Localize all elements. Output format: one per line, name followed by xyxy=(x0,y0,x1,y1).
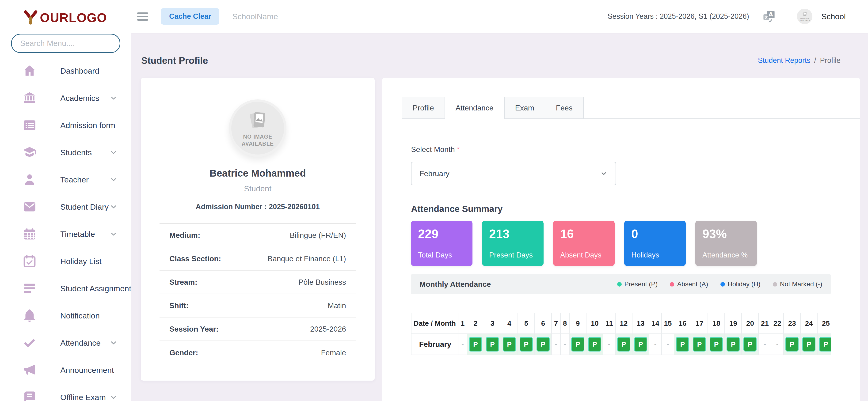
sidebar-item-attendance[interactable]: Attendance xyxy=(0,329,131,357)
school-name-label: SchoolName xyxy=(232,12,278,21)
sidebar-item-teacher[interactable]: Teacher xyxy=(0,166,131,193)
attendance-cell-present-day-20: P xyxy=(742,334,758,355)
detail-label: Session Year: xyxy=(169,325,218,333)
legend-dot-icon xyxy=(720,282,725,287)
tab-exam[interactable]: Exam xyxy=(504,97,546,119)
month-select-value: February xyxy=(420,169,450,178)
sidebar-item-dashboard[interactable]: Dashboard xyxy=(0,57,131,85)
attendance-summary-title: Attendance Summary xyxy=(411,204,860,214)
detail-row-gender: Gender:Female xyxy=(159,341,356,364)
legend-item-holiday-h: Holiday (H) xyxy=(720,280,761,288)
attendance-cell-notmarked-day-1: - xyxy=(458,334,467,355)
sidebar-item-admission-form[interactable]: Admission form xyxy=(0,112,131,139)
topbar: Cache Clear SchoolName Session Years : 2… xyxy=(131,0,868,33)
table-header-day-24: 24 xyxy=(800,313,817,334)
table-header-day-17: 17 xyxy=(691,313,708,334)
attendance-cell-present-day-9: P xyxy=(569,334,586,355)
breadcrumb-link-student-reports[interactable]: Student Reports xyxy=(758,56,810,65)
cache-clear-button[interactable]: Cache Clear xyxy=(161,8,219,25)
sidebar-item-students[interactable]: Students xyxy=(0,139,131,166)
tab-attendance[interactable]: Attendance xyxy=(444,97,505,119)
assignment-icon xyxy=(22,281,37,296)
attendance-cell-notmarked-day-15: - xyxy=(661,334,674,355)
sidebar-item-label: Offline Exam xyxy=(60,393,106,401)
sidebar-item-announcement[interactable]: Announcement xyxy=(0,357,131,383)
detail-row-session-year: Session Year:2025-2026 xyxy=(159,318,356,341)
attendance-cell-notmarked-day-7: - xyxy=(552,334,560,355)
sidebar-menu: DashboardAcademicsAdmission formStudents… xyxy=(0,57,131,401)
summary-cards: 229Total Days213Present Days16Absent Day… xyxy=(411,221,860,266)
present-badge: P xyxy=(617,337,630,352)
present-badge: P xyxy=(785,337,799,352)
attendance-cell-notmarked-day-8: - xyxy=(560,334,569,355)
search-input[interactable] xyxy=(20,39,111,48)
attendance-cell-present-day-17: P xyxy=(691,334,708,355)
present-badge: P xyxy=(693,337,706,352)
breadcrumb-current: Profile xyxy=(820,56,841,65)
month-row-label: February xyxy=(411,334,458,355)
sidebar-item-label: Dashboard xyxy=(60,66,99,75)
user-avatar[interactable]: NO IMAGE AVAILABLE xyxy=(797,9,812,24)
sidebar-item-academics[interactable]: Academics xyxy=(0,85,131,112)
tab-fees[interactable]: Fees xyxy=(545,97,583,119)
month-select[interactable]: February xyxy=(411,162,616,185)
sidebar-item-offline-exam[interactable]: Offline Exam xyxy=(0,383,131,401)
sidebar-item-holiday-list[interactable]: Holiday List xyxy=(0,247,131,275)
logo-text: OURLOGO xyxy=(40,10,107,25)
stat-value: 16 xyxy=(560,227,608,241)
logo[interactable]: OURLOGO xyxy=(0,0,131,25)
attendance-cell-notmarked-day-11: - xyxy=(603,334,615,355)
megaphone-icon xyxy=(22,363,37,377)
sidebar-item-label: Holiday List xyxy=(60,257,101,266)
attendance-cell-present-day-6: P xyxy=(535,334,552,355)
table-header-day-8: 8 xyxy=(560,313,569,334)
monthly-attendance-header: Monthly Attendance Present (P)Absent (A)… xyxy=(411,274,831,294)
attendance-cell-present-day-19: P xyxy=(725,334,742,355)
table-header-day-19: 19 xyxy=(725,313,742,334)
translate-icon[interactable]: A xyxy=(763,10,775,23)
table-header-day-11: 11 xyxy=(603,313,615,334)
detail-label: Medium: xyxy=(169,231,200,240)
no-image-icon xyxy=(802,11,808,18)
stat-label: Attendance % xyxy=(702,251,750,259)
hamburger-menu-icon[interactable] xyxy=(137,12,148,21)
table-header-day-10: 10 xyxy=(586,313,603,334)
attendance-cell-present-day-3: P xyxy=(484,334,501,355)
student-role: Student xyxy=(141,184,375,193)
sidebar-item-label: Admission form xyxy=(60,121,115,130)
table-header-day-15: 15 xyxy=(661,313,674,334)
table-header-day-5: 5 xyxy=(518,313,535,334)
tab-profile[interactable]: Profile xyxy=(402,97,445,119)
student-name: Beatrice Mohammed xyxy=(141,168,375,179)
detail-value: Female xyxy=(321,348,346,357)
no-image-text: NO IMAGE AVAILABLE xyxy=(798,18,811,22)
holiday-icon xyxy=(22,254,37,268)
legend-item-present-p: Present (P) xyxy=(617,280,658,288)
legend-label: Present (P) xyxy=(624,280,658,288)
table-header-day-7: 7 xyxy=(552,313,560,334)
breadcrumb: Student Reports / Profile xyxy=(758,56,841,65)
students-icon xyxy=(22,145,37,160)
sidebar-item-student-diary[interactable]: Student Diary xyxy=(0,193,131,221)
table-header-day-18: 18 xyxy=(708,313,725,334)
table-header-day-4: 4 xyxy=(501,313,518,334)
present-badge: P xyxy=(743,337,756,352)
student-card: NO IMAGE AVAILABLE Beatrice Mohammed Stu… xyxy=(141,78,375,380)
table-header-day-20: 20 xyxy=(742,313,758,334)
header-profile-label[interactable]: School xyxy=(821,12,846,21)
chevron-down-icon xyxy=(109,148,118,157)
attendance-table-wrap: Date / Month1234567891011121314151617181… xyxy=(411,313,831,355)
table-header-day-3: 3 xyxy=(484,313,501,334)
admission-form-icon xyxy=(22,118,37,133)
sidebar-item-notification[interactable]: Notification xyxy=(0,302,131,329)
stat-label: Present Days xyxy=(489,251,536,259)
table-header-day-6: 6 xyxy=(535,313,552,334)
stat-value: 93% xyxy=(702,227,750,241)
page-title: Student Profile xyxy=(141,55,208,66)
diary-icon xyxy=(22,200,37,214)
table-header-day-23: 23 xyxy=(783,313,800,334)
sidebar-item-label: Student Assignment xyxy=(60,284,131,293)
sidebar-item-student-assignment[interactable]: Student Assignment xyxy=(0,275,131,302)
sidebar-item-timetable[interactable]: Timetable xyxy=(0,221,131,247)
table-header-day-25: 25 xyxy=(817,313,831,334)
